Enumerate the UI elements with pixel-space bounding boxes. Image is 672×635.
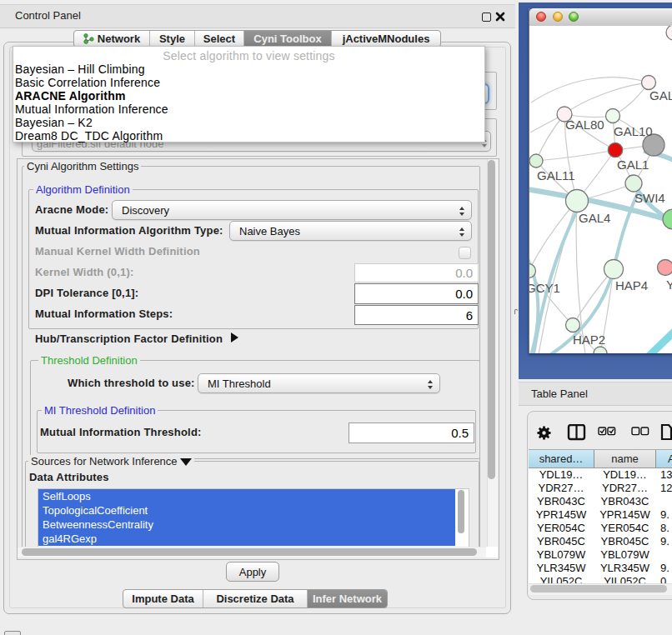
- svg-text:HAP2: HAP2: [573, 332, 605, 347]
- svg-text:SWI4: SWI4: [634, 191, 665, 205]
- svg-text:GAL7: GAL7: [649, 88, 672, 102]
- svg-text:HAP4: HAP4: [615, 278, 648, 292]
- svg-text:GAL4: GAL4: [579, 211, 610, 225]
- svg-text:GAL80: GAL80: [565, 118, 604, 132]
- svg-text:GAL1: GAL1: [617, 158, 649, 172]
- svg-text:GAL11: GAL11: [537, 168, 575, 182]
- svg-text:GCY1: GCY1: [529, 281, 560, 295]
- svg-text:GAL10: GAL10: [614, 124, 653, 138]
- svg-text:YM: YM: [666, 278, 672, 292]
